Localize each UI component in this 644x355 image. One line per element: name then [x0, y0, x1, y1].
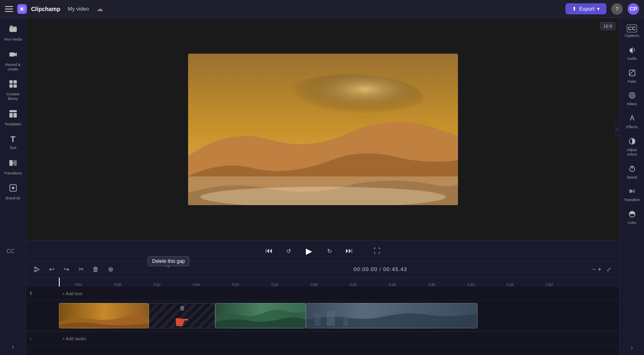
menu-icon[interactable]: [5, 5, 13, 13]
filters-icon: [628, 92, 636, 101]
svg-rect-27: [629, 70, 635, 76]
right-sidebar-item-adjust-colors[interactable]: Adjust colors: [622, 134, 643, 160]
cut-button[interactable]: ✂: [75, 264, 87, 275]
replay-5s-button[interactable]: ↺: [282, 244, 295, 258]
adjust-colors-label: Adjust colors: [623, 148, 641, 157]
desert-clip-thumbnail: [59, 303, 149, 328]
color-icon: [628, 210, 636, 219]
right-sidebar-item-transition[interactable]: Transition: [622, 184, 643, 206]
delete-button[interactable]: 🗑: [90, 264, 101, 275]
sidebar-item-brand-kit[interactable]: Brand kit: [2, 180, 25, 204]
svg-rect-7: [13, 84, 17, 88]
video-track-row: 🗑 ☛: [26, 301, 619, 331]
aspect-ratio-badge[interactable]: 16:9: [600, 22, 615, 30]
ruler-mark: 0:16: [177, 283, 216, 287]
svg-point-14: [12, 187, 14, 189]
svg-rect-25: [327, 311, 335, 326]
svg-rect-5: [13, 80, 17, 84]
adjust-colors-icon: [628, 138, 636, 147]
fullscreen-button[interactable]: ⛶: [370, 244, 384, 258]
export-label: Export: [579, 6, 595, 12]
gap-clip[interactable]: 🗑 ☛: [149, 303, 215, 328]
right-sidebar-item-color[interactable]: Color: [622, 207, 643, 228]
cloud-save-icon: ☁: [96, 5, 103, 13]
right-sidebar-item-captions[interactable]: CC Captions: [622, 21, 643, 41]
preview-area: 16:9: [26, 18, 619, 240]
skip-to-start-button[interactable]: ⏮: [263, 244, 276, 258]
add-audio-button[interactable]: + Add audio: [62, 336, 86, 341]
time-total: 00:45.43: [383, 266, 407, 272]
topbar-left: Clipchamp My video ☁: [5, 4, 103, 14]
right-sidebar: CC Captions Audio Fade Filters Effects: [619, 18, 644, 355]
right-sidebar-item-speed[interactable]: Speed: [622, 162, 643, 183]
fade-label: Fade: [628, 79, 636, 84]
forest-clip-thumbnail: [215, 303, 306, 328]
timeline-time: 00:00.00 / 00:45.43: [354, 266, 407, 272]
ruler-marks-container: 0:04 0:08 0:12: [59, 278, 569, 287]
play-button[interactable]: ▶: [302, 244, 316, 258]
right-panel-collapse-button[interactable]: ‹: [615, 123, 619, 136]
right-sidebar-expand-icon[interactable]: ›: [631, 344, 633, 352]
text-track-content[interactable]: + Add text: [59, 287, 619, 300]
ruler-mark: 0:48: [491, 283, 530, 287]
record-icon: [9, 50, 18, 61]
fit-timeline-button[interactable]: ⤢: [603, 264, 615, 275]
video-track-content: 🗑 ☛: [59, 301, 619, 331]
export-button[interactable]: ⬆ Export ▾: [565, 3, 606, 14]
text-track-label: T: [26, 291, 59, 296]
right-sidebar-item-audio[interactable]: Audio: [622, 43, 643, 64]
help-icon[interactable]: ?: [611, 3, 623, 15]
video-clip-desert[interactable]: [59, 303, 149, 328]
text-track-icon: T: [29, 291, 32, 296]
right-sidebar-item-effects[interactable]: Effects: [622, 111, 643, 133]
sidebar-item-content-library[interactable]: Content library: [2, 76, 25, 104]
time-separator: /: [379, 266, 383, 272]
brand-kit-icon: [9, 183, 18, 194]
sidebar-item-transitions[interactable]: Transitions: [2, 155, 25, 179]
svg-rect-12: [13, 160, 17, 166]
video-track-label: [26, 301, 59, 304]
zoom-out-button[interactable]: −: [592, 266, 596, 273]
svg-rect-3: [9, 52, 15, 57]
sidebar-item-your-media[interactable]: Your media: [2, 21, 25, 45]
svg-rect-10: [13, 113, 17, 118]
sidebar-item-templates[interactable]: Templates: [2, 106, 25, 130]
timeline-toolbar: ↩ ↪ ✂ 🗑 ⊕ Delete this gap 00:00.00 / 00:…: [26, 261, 619, 278]
undo-button[interactable]: ↩: [46, 264, 57, 275]
add-text-button[interactable]: + Add text: [62, 291, 82, 296]
forward-5s-button[interactable]: ↻: [323, 244, 336, 258]
sidebar-collapse-button[interactable]: ›: [8, 342, 18, 352]
duplicate-button[interactable]: ⊕: [105, 264, 116, 275]
sidebar-label-transitions: Transitions: [4, 171, 22, 176]
video-title[interactable]: My video: [68, 6, 89, 12]
svg-rect-11: [9, 160, 13, 166]
video-preview-inner: [188, 54, 458, 205]
svg-rect-24: [314, 314, 321, 326]
topbar-right: ⬆ Export ▾ ? CP: [565, 3, 639, 15]
timeline-tracks: 0:04 0:08 0:12: [26, 278, 619, 355]
delete-gap-tooltip[interactable]: Delete this gap: [148, 256, 189, 266]
redo-button[interactable]: ↪: [61, 264, 72, 275]
zoom-in-button[interactable]: +: [598, 266, 601, 273]
timeline-area: ↩ ↪ ✂ 🗑 ⊕ Delete this gap 00:00.00 / 00:…: [26, 261, 619, 355]
audio-track-icon: ♪: [29, 336, 32, 341]
time-current: 00:00.00: [354, 266, 378, 272]
audio-track-content[interactable]: + Add audio: [59, 332, 619, 346]
right-sidebar-item-filters[interactable]: Filters: [622, 88, 643, 110]
video-clip-city[interactable]: [306, 303, 478, 328]
smart-cut-tool[interactable]: [31, 264, 43, 275]
sidebar-item-record-create[interactable]: Record & create: [2, 47, 25, 75]
speed-icon: [628, 165, 636, 174]
video-clip-forest[interactable]: [215, 303, 306, 328]
ruler-mark: 0:12: [137, 283, 177, 287]
right-sidebar-item-fade[interactable]: Fade: [622, 66, 643, 87]
preview-svg: [188, 54, 458, 205]
app-logo: [17, 4, 27, 14]
svg-point-16: [276, 75, 424, 124]
skip-to-end-button[interactable]: ⏭: [343, 244, 356, 258]
controls-bar: CC ⏮ ↺ ▶ ↻ ⏭ ⛶: [26, 240, 619, 261]
avatar[interactable]: CP: [628, 3, 639, 15]
svg-point-19: [34, 267, 36, 269]
sidebar-item-text[interactable]: T Text: [2, 131, 25, 154]
sidebar-label-brand: Brand kit: [6, 196, 20, 201]
